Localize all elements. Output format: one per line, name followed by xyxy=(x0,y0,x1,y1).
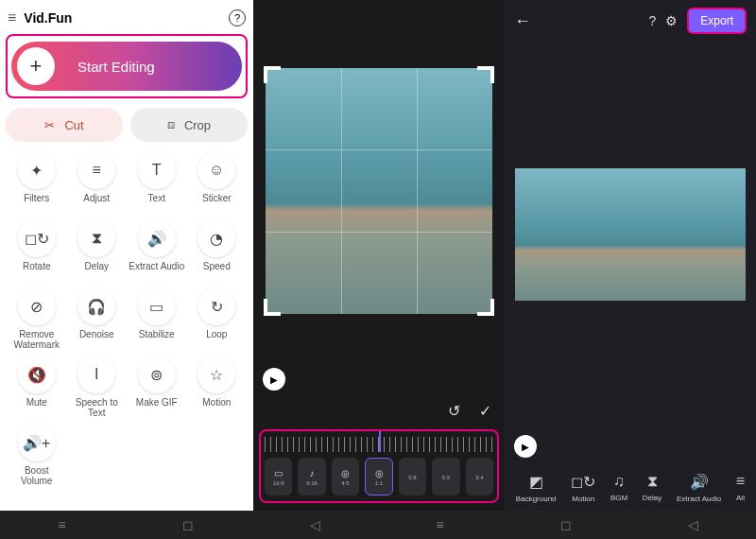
tool-text[interactable]: TText xyxy=(128,151,186,214)
ratio-5-8[interactable]: 5:8 xyxy=(399,458,426,496)
help-icon[interactable]: ? xyxy=(229,9,246,26)
android-navbar: ≡ ◻ ◁ ≡ ◻ ◁ xyxy=(0,511,756,539)
tool-sticker[interactable]: ☺Sticker xyxy=(188,151,247,214)
tool-icon: ≡ xyxy=(736,473,745,490)
home-icon[interactable]: ◻ xyxy=(560,517,572,532)
timeline-ruler[interactable] xyxy=(265,437,493,452)
plus-icon: + xyxy=(17,47,55,85)
tool-icon: ◔ xyxy=(198,219,235,257)
tool-icon: ✦ xyxy=(18,151,56,189)
recent-icon[interactable]: ≡ xyxy=(436,517,443,532)
crop-icon: ⧈ xyxy=(167,117,175,132)
tool-motion[interactable]: ☆Motion xyxy=(188,356,247,418)
ratio-9-16[interactable]: ♪9:16 xyxy=(298,458,325,496)
recent-icon[interactable]: ≡ xyxy=(58,517,65,532)
home-icon[interactable]: ◻ xyxy=(182,517,194,532)
tool-extract-audio[interactable]: 🔊Extract Audio xyxy=(128,219,186,282)
tool-icon: ☆ xyxy=(198,356,235,393)
video-preview-small xyxy=(515,168,746,301)
ratio-3-4[interactable]: 3:4 xyxy=(466,458,493,496)
reset-icon[interactable]: ↺ xyxy=(448,402,460,420)
play-button[interactable]: ▶ xyxy=(514,435,537,458)
crop-button[interactable]: ⧈ Crop xyxy=(130,108,248,142)
settings-icon[interactable]: ⚙ xyxy=(665,13,678,28)
tool-icon: 🔊+ xyxy=(18,424,56,461)
tool-icon: ◩ xyxy=(529,473,543,491)
ratio-1-1[interactable]: ◎1:1 xyxy=(365,458,393,496)
export-tool-motion[interactable]: ◻↻Motion xyxy=(571,473,595,503)
tool-icon: ⊘ xyxy=(18,287,56,325)
ratio-4-5[interactable]: ◎4:5 xyxy=(332,458,359,496)
crop-editor-panel: ▶ ↺ ✓ ▭16:9♪9:16◎4:5◎1:15:85.53:4 xyxy=(253,0,505,511)
export-panel: ← ? ⚙ Export ▶ ◩Background◻↻Motion♫BGM⧗D… xyxy=(505,0,756,511)
tool-icon: ☺ xyxy=(198,151,235,189)
tool-icon: ◻↻ xyxy=(571,473,595,491)
tool-filters[interactable]: ✦Filters xyxy=(8,151,66,214)
ratio-16-9[interactable]: ▭16:9 xyxy=(265,458,292,496)
video-preview xyxy=(253,0,505,362)
export-tool-delay[interactable]: ⧗Delay xyxy=(643,473,662,503)
help-icon[interactable]: ? xyxy=(649,13,657,28)
export-tool-background[interactable]: ◩Background xyxy=(516,473,557,503)
tool-icon: 🔇 xyxy=(18,356,56,393)
tool-icon: ♫ xyxy=(613,473,625,490)
tool-icon: I xyxy=(77,356,115,393)
tool-speed[interactable]: ◔Speed xyxy=(188,219,247,282)
tool-icon: ↻ xyxy=(198,287,235,325)
tool-remove-watermark[interactable]: ⊘Remove Watermark xyxy=(8,287,66,350)
export-tool-extract-audio[interactable]: 🔊Extract Audio xyxy=(677,473,721,503)
cut-button[interactable]: ✂ Cut xyxy=(6,108,123,142)
back-icon[interactable]: ← xyxy=(514,11,531,31)
tool-icon: T xyxy=(138,151,176,189)
scissors-icon: ✂ xyxy=(44,118,55,132)
tool-icon: 🎧 xyxy=(77,287,115,325)
tool-icon: 🔊 xyxy=(690,473,709,491)
tool-mute[interactable]: 🔇Mute xyxy=(8,356,66,418)
export-tool-all[interactable]: ≡All xyxy=(736,473,745,503)
start-editing-highlight: + Start Editing xyxy=(6,34,248,98)
play-button[interactable]: ▶ xyxy=(263,368,285,391)
tool-icon: ⧗ xyxy=(647,473,658,490)
confirm-icon[interactable]: ✓ xyxy=(479,402,491,420)
export-tool-bgm[interactable]: ♫BGM xyxy=(610,473,627,503)
tool-make-gif[interactable]: ⊚Make GIF xyxy=(128,356,186,418)
tool-icon: ▭ xyxy=(138,287,176,325)
aspect-ratio-highlight: ▭16:9♪9:16◎4:5◎1:15:85.53:4 xyxy=(259,429,499,503)
tool-icon: 🔊 xyxy=(138,219,176,257)
back-nav-icon[interactable]: ◁ xyxy=(688,517,698,532)
tool-icon: ⊚ xyxy=(138,356,176,393)
app-title: Vid.Fun xyxy=(24,10,221,26)
tool-rotate[interactable]: ◻↻Rotate xyxy=(8,219,66,282)
tool-icon: ◻↻ xyxy=(18,219,56,257)
start-editing-button[interactable]: + Start Editing xyxy=(11,42,242,91)
tool-speech-to-text[interactable]: ISpeech to Text xyxy=(68,356,127,418)
tool-stabilize[interactable]: ▭Stabilize xyxy=(128,287,186,350)
tool-icon: ⧗ xyxy=(77,219,115,257)
tool-boost-volume[interactable]: 🔊+Boost Volume xyxy=(8,424,66,486)
menu-icon[interactable]: ≡ xyxy=(8,9,16,26)
tool-adjust[interactable]: ≡Adjust xyxy=(68,151,127,214)
export-button[interactable]: Export xyxy=(687,8,747,34)
tool-delay[interactable]: ⧗Delay xyxy=(68,219,127,282)
tool-loop[interactable]: ↻Loop xyxy=(188,287,247,350)
tool-denoise[interactable]: 🎧Denoise xyxy=(68,287,127,350)
tools-panel: ≡ Vid.Fun ? + Start Editing ✂ Cut ⧈ Crop… xyxy=(0,0,253,511)
tool-icon: ≡ xyxy=(77,151,115,189)
back-nav-icon[interactable]: ◁ xyxy=(310,517,320,532)
start-editing-label: Start Editing xyxy=(77,59,155,75)
crop-frame[interactable] xyxy=(266,68,492,314)
ratio-5.5[interactable]: 5.5 xyxy=(432,458,459,496)
